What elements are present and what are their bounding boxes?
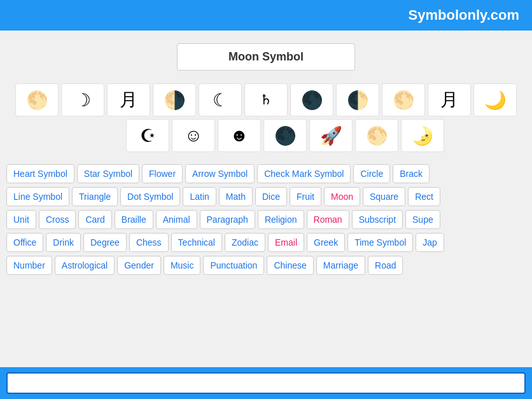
header: Symbolonly.com xyxy=(0,0,532,31)
search-label: Moon Symbol xyxy=(177,43,355,71)
cat-music[interactable]: Music xyxy=(164,256,201,275)
cat-degree[interactable]: Degree xyxy=(83,233,127,252)
cat-super[interactable]: Supe xyxy=(405,210,440,229)
cat-flower[interactable]: Flower xyxy=(142,164,183,183)
symbol-emoji-moon[interactable]: 🌛 xyxy=(401,119,444,152)
symbol-moon-kanji1[interactable]: 月 xyxy=(107,83,150,116)
symbol-grid: 🌕 ☽ 月 🌗 ☾ ♄ 🌑 🌓 🌕 月 🌙 ☪ ☺ ☻ 🌑 🚀 🌕 🌛 xyxy=(0,77,532,158)
cat-math[interactable]: Math xyxy=(219,187,253,206)
cat-jap[interactable]: Jap xyxy=(416,233,444,252)
cat-number[interactable]: Number xyxy=(6,256,52,275)
cat-circle[interactable]: Circle xyxy=(353,164,390,183)
category-row-1: Heart Symbol Star Symbol Flower Arrow Sy… xyxy=(6,164,526,183)
symbol-full-moon3[interactable]: 🌕 xyxy=(355,119,398,152)
cat-subscript[interactable]: Subscript xyxy=(352,210,403,229)
symbol-half-moon[interactable]: 🌗 xyxy=(153,83,196,116)
cat-road[interactable]: Road xyxy=(368,256,403,275)
cat-marriage[interactable]: Marriage xyxy=(316,256,365,275)
cat-greek[interactable]: Greek xyxy=(307,233,345,252)
site-title: Symbolonly.com xyxy=(409,7,519,24)
cat-dot-symbol[interactable]: Dot Symbol xyxy=(120,187,180,206)
cat-email[interactable]: Email xyxy=(268,233,304,252)
cat-line-symbol[interactable]: Line Symbol xyxy=(6,187,69,206)
cat-roman[interactable]: Roman xyxy=(307,210,349,229)
cat-triangle[interactable]: Triangle xyxy=(72,187,118,206)
cat-religion[interactable]: Religion xyxy=(258,210,304,229)
category-row-5: Number Astrological Gender Music Punctua… xyxy=(6,256,526,275)
category-row-3: Unit Cross Card Braille Animal Paragraph… xyxy=(6,210,526,229)
symbol-crescent-right[interactable]: ☾ xyxy=(199,83,242,116)
symbol-full-moon[interactable]: 🌕 xyxy=(15,83,59,116)
cat-square[interactable]: Square xyxy=(363,187,405,206)
symbol-saturn[interactable]: ♄ xyxy=(244,83,288,116)
cat-latin[interactable]: Latin xyxy=(183,187,216,206)
symbol-crescent-left[interactable]: ☽ xyxy=(61,83,104,116)
cat-zodiac[interactable]: Zodiac xyxy=(225,233,265,252)
cat-moon[interactable]: Moon xyxy=(324,187,360,206)
category-row-2: Line Symbol Triangle Dot Symbol Latin Ma… xyxy=(6,187,526,206)
cat-cross[interactable]: Cross xyxy=(39,210,76,229)
cat-technical[interactable]: Technical xyxy=(171,233,222,252)
cat-braille[interactable]: Braille xyxy=(115,210,153,229)
cat-heart-symbol[interactable]: Heart Symbol xyxy=(6,164,74,183)
cat-astrological[interactable]: Astrological xyxy=(55,256,115,275)
cat-drink[interactable]: Drink xyxy=(46,233,81,252)
symbol-row-2: ☪ ☺ ☻ 🌑 🚀 🌕 🌛 xyxy=(6,119,526,152)
categories: Heart Symbol Star Symbol Flower Arrow Sy… xyxy=(0,158,532,285)
category-row-4: Office Drink Degree Chess Technical Zodi… xyxy=(6,233,526,252)
cat-gender[interactable]: Gender xyxy=(117,256,161,275)
symbol-moon-kanji2[interactable]: 月 xyxy=(428,83,471,116)
cat-bracket[interactable]: Brack xyxy=(393,164,430,183)
symbol-crescent-moon[interactable]: 🌙 xyxy=(473,83,517,116)
cat-office[interactable]: Office xyxy=(6,233,43,252)
cat-card[interactable]: Card xyxy=(78,210,111,229)
search-area: Moon Symbol xyxy=(0,31,532,77)
cat-paragraph[interactable]: Paragraph xyxy=(200,210,255,229)
symbol-row-1: 🌕 ☽ 月 🌗 ☾ ♄ 🌑 🌓 🌕 月 🌙 xyxy=(6,83,526,116)
cat-unit[interactable]: Unit xyxy=(6,210,36,229)
cat-check-mark[interactable]: Check Mark Symbol xyxy=(257,164,351,183)
cat-arrow-symbol[interactable]: Arrow Symbol xyxy=(185,164,255,183)
symbol-smiley2[interactable]: ☻ xyxy=(218,119,261,152)
symbol-smiley1[interactable]: ☺ xyxy=(172,119,215,152)
cat-chinese[interactable]: Chinese xyxy=(267,256,313,275)
cat-punctuation[interactable]: Punctuation xyxy=(203,256,264,275)
symbol-full-moon2[interactable]: 🌕 xyxy=(382,83,425,116)
symbol-quarter-moon[interactable]: 🌓 xyxy=(336,83,379,116)
cat-animal[interactable]: Animal xyxy=(156,210,197,229)
cat-rect[interactable]: Rect xyxy=(408,187,440,206)
cat-time-symbol[interactable]: Time Symbol xyxy=(347,233,413,252)
symbol-new-moon[interactable]: 🌑 xyxy=(290,83,333,116)
symbol-rocket[interactable]: 🚀 xyxy=(309,119,353,152)
cat-star-symbol[interactable]: Star Symbol xyxy=(77,164,139,183)
cat-chess[interactable]: Chess xyxy=(129,233,169,252)
symbol-star-crescent[interactable]: ☪ xyxy=(126,119,169,152)
cat-dice[interactable]: Dice xyxy=(255,187,287,206)
cat-fruit[interactable]: Fruit xyxy=(290,187,321,206)
symbol-dark-moon[interactable]: 🌑 xyxy=(263,119,307,152)
